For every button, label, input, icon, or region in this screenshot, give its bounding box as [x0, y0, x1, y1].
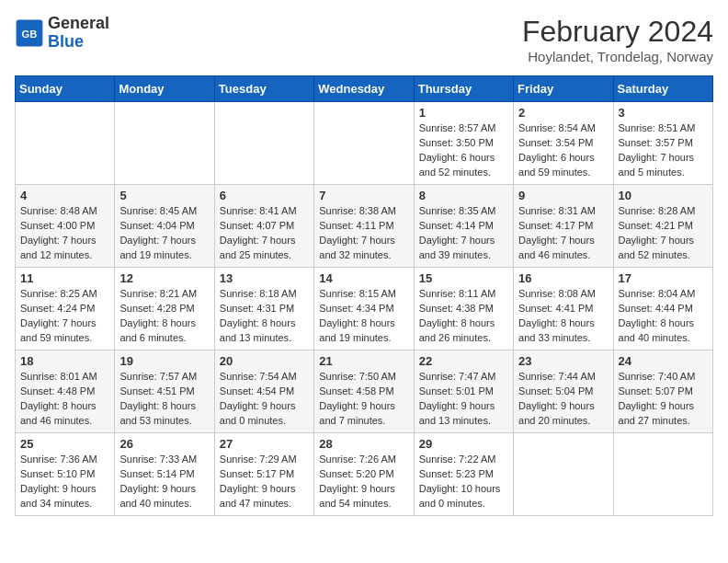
day-info: Sunrise: 8:21 AM Sunset: 4:28 PM Dayligh…	[119, 287, 209, 346]
calendar-cell: 17Sunrise: 8:04 AM Sunset: 4:44 PM Dayli…	[613, 268, 712, 350]
day-info: Sunrise: 8:28 AM Sunset: 4:21 PM Dayligh…	[619, 204, 708, 263]
day-number: 13	[220, 271, 309, 285]
calendar-cell: 26Sunrise: 7:33 AM Sunset: 5:14 PM Dayli…	[115, 433, 214, 516]
day-info: Sunrise: 8:35 AM Sunset: 4:14 PM Dayligh…	[419, 204, 508, 263]
day-number: 20	[220, 354, 309, 368]
day-info: Sunrise: 7:54 AM Sunset: 4:54 PM Dayligh…	[220, 370, 309, 429]
day-info: Sunrise: 7:29 AM Sunset: 5:17 PM Dayligh…	[220, 453, 309, 511]
day-number: 10	[619, 189, 708, 202]
calendar-cell: 10Sunrise: 8:28 AM Sunset: 4:21 PM Dayli…	[613, 185, 712, 268]
calendar-cell: 11Sunrise: 8:25 AM Sunset: 4:24 PM Dayli…	[16, 268, 115, 350]
day-number: 21	[319, 354, 408, 368]
day-info: Sunrise: 7:57 AM Sunset: 4:51 PM Dayligh…	[119, 370, 209, 429]
day-number: 18	[20, 354, 109, 368]
main-title: February 2024	[522, 15, 713, 49]
day-number: 22	[419, 354, 508, 368]
week-row-2: 4Sunrise: 8:48 AM Sunset: 4:00 PM Daylig…	[16, 185, 713, 268]
calendar-cell: 6Sunrise: 8:41 AM Sunset: 4:07 PM Daylig…	[214, 185, 313, 268]
calendar-cell: 12Sunrise: 8:21 AM Sunset: 4:28 PM Dayli…	[115, 268, 214, 350]
day-number: 23	[518, 354, 608, 368]
day-header-saturday: Saturday	[613, 76, 712, 102]
week-row-5: 25Sunrise: 7:36 AM Sunset: 5:10 PM Dayli…	[16, 433, 713, 516]
calendar-cell	[314, 102, 414, 185]
day-number: 8	[419, 189, 508, 202]
calendar-cell: 19Sunrise: 7:57 AM Sunset: 4:51 PM Dayli…	[115, 350, 214, 433]
day-info: Sunrise: 8:04 AM Sunset: 4:44 PM Dayligh…	[619, 287, 708, 346]
logo-blue: Blue	[48, 32, 84, 51]
calendar-cell: 5Sunrise: 8:45 AM Sunset: 4:04 PM Daylig…	[115, 185, 214, 268]
day-info: Sunrise: 8:11 AM Sunset: 4:38 PM Dayligh…	[419, 287, 508, 346]
calendar-cell	[115, 102, 214, 185]
day-number: 24	[619, 354, 708, 368]
day-info: Sunrise: 8:48 AM Sunset: 4:00 PM Dayligh…	[20, 204, 109, 263]
week-row-3: 11Sunrise: 8:25 AM Sunset: 4:24 PM Dayli…	[16, 268, 713, 350]
day-header-monday: Monday	[115, 76, 214, 102]
day-number: 1	[419, 106, 508, 120]
day-number: 14	[319, 271, 408, 285]
calendar-cell	[16, 102, 115, 185]
calendar-cell: 9Sunrise: 8:31 AM Sunset: 4:17 PM Daylig…	[514, 185, 613, 268]
day-number: 27	[220, 437, 309, 451]
day-info: Sunrise: 7:40 AM Sunset: 5:07 PM Dayligh…	[619, 370, 708, 429]
day-info: Sunrise: 8:38 AM Sunset: 4:11 PM Dayligh…	[319, 204, 408, 263]
day-number: 19	[119, 354, 209, 368]
calendar-cell: 3Sunrise: 8:51 AM Sunset: 3:57 PM Daylig…	[613, 102, 712, 185]
day-info: Sunrise: 7:36 AM Sunset: 5:10 PM Dayligh…	[20, 453, 109, 511]
day-number: 26	[119, 437, 209, 451]
day-info: Sunrise: 8:54 AM Sunset: 3:54 PM Dayligh…	[518, 121, 608, 180]
day-number: 25	[20, 437, 109, 451]
day-info: Sunrise: 7:47 AM Sunset: 5:01 PM Dayligh…	[419, 370, 508, 429]
calendar-cell: 24Sunrise: 7:40 AM Sunset: 5:07 PM Dayli…	[613, 350, 712, 433]
calendar-cell: 29Sunrise: 7:22 AM Sunset: 5:23 PM Dayli…	[414, 433, 513, 516]
day-info: Sunrise: 8:01 AM Sunset: 4:48 PM Dayligh…	[20, 370, 109, 429]
calendar-cell: 16Sunrise: 8:08 AM Sunset: 4:41 PM Dayli…	[514, 268, 613, 350]
day-number: 5	[119, 189, 209, 202]
day-info: Sunrise: 8:51 AM Sunset: 3:57 PM Dayligh…	[619, 121, 708, 180]
day-header-wednesday: Wednesday	[314, 76, 414, 102]
calendar-cell: 15Sunrise: 8:11 AM Sunset: 4:38 PM Dayli…	[414, 268, 513, 350]
day-info: Sunrise: 8:08 AM Sunset: 4:41 PM Dayligh…	[518, 287, 608, 346]
logo-icon: GB	[15, 18, 44, 48]
day-info: Sunrise: 7:26 AM Sunset: 5:20 PM Dayligh…	[319, 453, 408, 511]
day-info: Sunrise: 8:18 AM Sunset: 4:31 PM Dayligh…	[220, 287, 309, 346]
calendar-cell: 8Sunrise: 8:35 AM Sunset: 4:14 PM Daylig…	[414, 185, 513, 268]
day-header-tuesday: Tuesday	[214, 76, 313, 102]
calendar-cell: 7Sunrise: 8:38 AM Sunset: 4:11 PM Daylig…	[314, 185, 414, 268]
calendar-table: SundayMondayTuesdayWednesdayThursdayFrid…	[15, 75, 713, 516]
calendar-cell: 4Sunrise: 8:48 AM Sunset: 4:00 PM Daylig…	[16, 185, 115, 268]
svg-text:GB: GB	[22, 29, 38, 40]
calendar-cell: 23Sunrise: 7:44 AM Sunset: 5:04 PM Dayli…	[514, 350, 613, 433]
day-info: Sunrise: 8:45 AM Sunset: 4:04 PM Dayligh…	[119, 204, 209, 263]
header: GB General Blue February 2024 Hoylandet,…	[15, 15, 713, 64]
calendar-cell: 22Sunrise: 7:47 AM Sunset: 5:01 PM Dayli…	[414, 350, 513, 433]
day-number: 17	[619, 271, 708, 285]
calendar-cell: 20Sunrise: 7:54 AM Sunset: 4:54 PM Dayli…	[214, 350, 313, 433]
calendar-cell: 21Sunrise: 7:50 AM Sunset: 4:58 PM Dayli…	[314, 350, 414, 433]
day-info: Sunrise: 7:22 AM Sunset: 5:23 PM Dayligh…	[419, 453, 508, 511]
day-info: Sunrise: 8:25 AM Sunset: 4:24 PM Dayligh…	[20, 287, 109, 346]
calendar-cell	[514, 433, 613, 516]
logo-general: General	[48, 14, 109, 32]
day-header-thursday: Thursday	[414, 76, 513, 102]
week-row-1: 1Sunrise: 8:57 AM Sunset: 3:50 PM Daylig…	[16, 102, 713, 185]
logo-text: General Blue	[48, 15, 109, 52]
calendar-cell: 1Sunrise: 8:57 AM Sunset: 3:50 PM Daylig…	[414, 102, 513, 185]
day-number: 29	[419, 437, 508, 451]
week-row-4: 18Sunrise: 8:01 AM Sunset: 4:48 PM Dayli…	[16, 350, 713, 433]
day-number: 15	[419, 271, 508, 285]
logo: GB General Blue	[15, 15, 109, 52]
calendar-cell: 14Sunrise: 8:15 AM Sunset: 4:34 PM Dayli…	[314, 268, 414, 350]
subtitle: Hoylandet, Trondelag, Norway	[522, 49, 713, 64]
day-info: Sunrise: 8:31 AM Sunset: 4:17 PM Dayligh…	[518, 204, 608, 263]
day-header-sunday: Sunday	[16, 76, 115, 102]
day-info: Sunrise: 7:50 AM Sunset: 4:58 PM Dayligh…	[319, 370, 408, 429]
day-number: 12	[119, 271, 209, 285]
day-number: 6	[220, 189, 309, 202]
calendar-cell	[613, 433, 712, 516]
day-number: 9	[518, 189, 608, 202]
day-number: 11	[20, 271, 109, 285]
day-info: Sunrise: 7:33 AM Sunset: 5:14 PM Dayligh…	[119, 453, 209, 511]
calendar-cell: 13Sunrise: 8:18 AM Sunset: 4:31 PM Dayli…	[214, 268, 313, 350]
title-area: February 2024 Hoylandet, Trondelag, Norw…	[522, 15, 713, 64]
day-number: 7	[319, 189, 408, 202]
